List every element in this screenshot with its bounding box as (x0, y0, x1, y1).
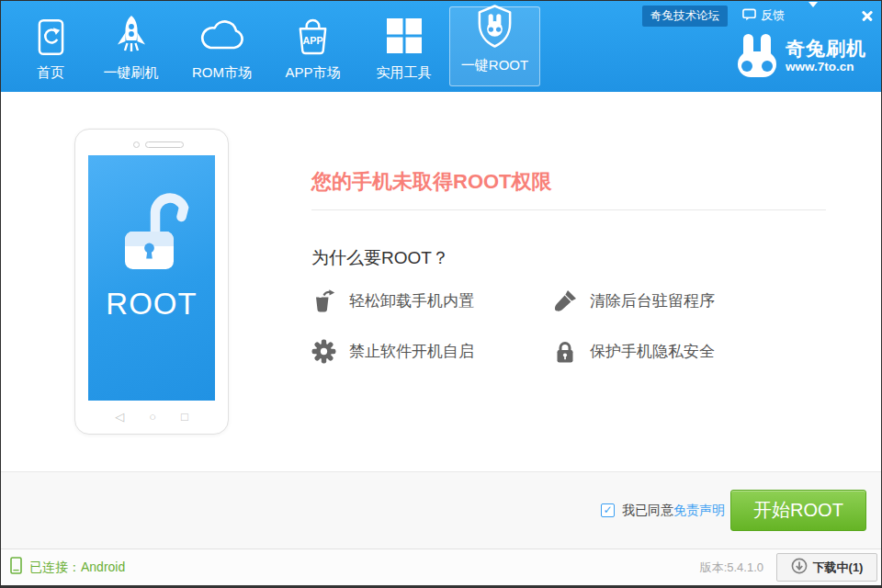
nav-root[interactable]: 一键ROOT (449, 6, 540, 86)
forum-button[interactable]: 奇兔技术论坛 (642, 6, 728, 27)
feedback-label: 反馈 (761, 7, 785, 24)
nav-flash[interactable]: 一键刷机 (85, 1, 176, 92)
agree-label: 我已同意 (622, 503, 673, 519)
why-root-heading: 为什么要ROOT？ (311, 246, 449, 270)
nav-label: APP市场 (285, 64, 340, 82)
main-content: ROOT ◁ ○ □ 您的手机未取得ROOT权限 为什么要ROOT？ 轻松卸载手… (1, 92, 881, 471)
brush-icon (552, 288, 577, 313)
phone-camera-dot (133, 141, 140, 148)
download-button[interactable]: 下载中(1) (776, 553, 877, 582)
nav-label: 实用工具 (377, 64, 432, 82)
nav-label: ROM市场 (192, 64, 252, 82)
cloud-icon (198, 12, 246, 56)
shield-rabbit-icon (474, 5, 515, 49)
brand-name: 奇兔刷机 (786, 38, 866, 59)
brand-logo: 奇兔刷机 www.7to.cn (738, 34, 866, 77)
brand-url: www.7to.cn (786, 60, 866, 74)
feedback-button[interactable]: 反馈 (742, 7, 785, 24)
feature-label: 轻松卸载手机内置 (349, 290, 474, 311)
nav-rom-market[interactable]: ROM市场 (176, 1, 267, 92)
phone-illustration: ROOT ◁ ○ □ (74, 129, 229, 435)
phone-screen: ROOT (88, 155, 215, 401)
header: 首页 一键刷机 ROM市场 APP APP市场 (1, 1, 881, 92)
android-back-icon: ◁ (115, 411, 124, 423)
feature-uninstall: 轻松卸载手机内置 (311, 288, 552, 313)
nav-app-market[interactable]: APP APP市场 (267, 1, 358, 92)
android-nav-bar: ◁ ○ □ (75, 411, 228, 423)
download-label: 下载中(1) (813, 560, 864, 576)
nav-label: 一键ROOT (461, 57, 528, 74)
feature-label: 禁止软件开机自启 (349, 341, 474, 362)
start-root-button[interactable]: 开始ROOT (730, 490, 866, 531)
action-bar: ✓ 我已同意 免责声明 开始ROOT (1, 471, 881, 548)
connected-phone-icon (10, 557, 22, 578)
close-button[interactable] (860, 8, 875, 23)
minimize-button[interactable] (838, 10, 847, 21)
phone-speaker (145, 141, 184, 148)
feature-list: 轻松卸载手机内置 清除后台驻留程序 禁止软件开机自启 保护手机隐私安全 (311, 288, 715, 364)
rabbit-logo-icon (738, 34, 776, 77)
nav-home[interactable]: 首页 (16, 1, 85, 92)
window-controls: 奇兔技术论坛 反馈 (642, 4, 875, 28)
status-bar: 已连接：Android 版本:5.4.1.0 下载中(1) (1, 548, 881, 585)
nav-tools[interactable]: 实用工具 (358, 1, 449, 92)
lock-icon (552, 339, 577, 364)
feature-label: 清除后台驻留程序 (590, 290, 715, 311)
speech-bubble-icon (742, 8, 756, 24)
feature-privacy: 保护手机隐私安全 (552, 339, 715, 364)
nav-label: 首页 (37, 64, 64, 82)
feature-label: 保护手机隐私安全 (590, 341, 715, 362)
app-bag-icon: APP (292, 12, 334, 56)
phone-screen-label: ROOT (88, 287, 215, 322)
rocket-icon (112, 12, 151, 56)
chevron-down-icon (808, 2, 818, 23)
menu-caret-button[interactable] (803, 4, 823, 28)
main-nav: 首页 一键刷机 ROM市场 APP APP市场 (16, 1, 540, 92)
unlock-icon (113, 188, 198, 273)
gear-icon (311, 339, 336, 364)
uninstall-icon (311, 288, 336, 313)
grid-icon (386, 12, 423, 56)
feature-autostart: 禁止软件开机自启 (311, 339, 552, 364)
page-title: 您的手机未取得ROOT权限 (311, 168, 552, 196)
download-icon (791, 558, 808, 578)
app-bag-text: APP (302, 35, 322, 46)
android-home-icon: ○ (149, 411, 156, 423)
nav-label: 一键刷机 (104, 64, 159, 82)
divider (311, 209, 826, 210)
disclaimer-link[interactable]: 免责声明 (673, 503, 725, 519)
agree-checkbox[interactable]: ✓ (601, 503, 615, 517)
home-refresh-icon (38, 12, 64, 56)
feature-clean: 清除后台驻留程序 (552, 288, 715, 313)
version-label: 版本:5.4.1.0 (700, 560, 763, 576)
android-recent-icon: □ (181, 411, 188, 423)
app-window: 首页 一键刷机 ROM市场 APP APP市场 (0, 0, 882, 588)
connection-status: 已连接：Android (29, 560, 125, 576)
